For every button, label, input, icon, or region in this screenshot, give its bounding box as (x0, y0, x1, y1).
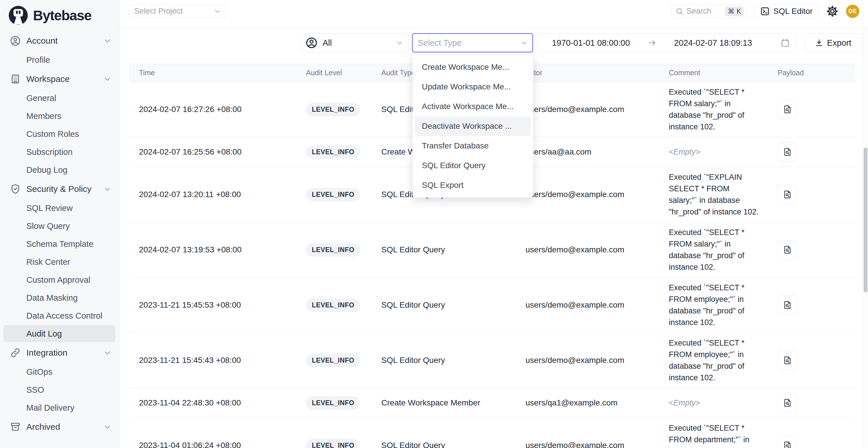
file-search-icon (783, 245, 793, 255)
audit-actor: users/demo@example.com (515, 245, 659, 254)
sidebar-item-label: Schema Template (26, 239, 94, 249)
scrollbar-thumb[interactable] (864, 148, 867, 292)
view-payload-button[interactable] (778, 351, 797, 370)
column-header-audit-level: Audit Level (296, 69, 371, 77)
terminal-square-icon (760, 6, 770, 16)
audit-level-badge: LEVEL_INFO (306, 188, 360, 201)
sidebar-item-gitops[interactable]: GitOps (3, 363, 115, 380)
sidebar-item-data-access-control[interactable]: Data Access Control (3, 307, 115, 324)
table-row: 2023-11-21 15:45:53 +08:00LEVEL_INFOSQL … (129, 278, 856, 333)
audit-comment: Executed `"SELECT * FROM salary;"` in da… (669, 86, 760, 133)
sidebar-item-slow-query[interactable]: Slow Query (3, 218, 115, 234)
dropdown-item-activate-workspace-me[interactable]: Activate Workspace Me... (415, 97, 531, 116)
view-payload-button[interactable] (778, 295, 797, 315)
view-payload-button[interactable] (778, 393, 797, 413)
filter-bar: All Select Type 1970-01-01 08:00:00 2024… (301, 33, 868, 53)
view-payload-button[interactable] (778, 436, 797, 448)
gear-icon[interactable] (826, 5, 838, 18)
audit-level-badge: LEVEL_INFO (306, 103, 360, 116)
audit-type: SQL Editor Query (371, 356, 515, 365)
view-payload-button[interactable] (778, 100, 797, 119)
sidebar-item-label: Data Access Control (26, 311, 102, 321)
sidebar-item-subscription[interactable]: Subscription (3, 143, 115, 160)
audit-time: 2024-02-07 13:19:53 +08:00 (129, 245, 296, 254)
sidebar-item-custom-roles[interactable]: Custom Roles (3, 126, 115, 142)
dropdown-item-sql-editor-query[interactable]: SQL Editor Query (415, 156, 531, 175)
audit-comment: Executed `"SELECT * FROM department;"` i… (669, 422, 760, 448)
sidebar-item-data-masking[interactable]: Data Masking (3, 289, 115, 306)
link-icon (10, 347, 21, 358)
sidebar-section-account[interactable]: Account (0, 31, 119, 50)
audit-level-badge: LEVEL_INFO (306, 145, 360, 159)
audit-actor: users/demo@example.com (515, 105, 659, 114)
date-range-end: 2024-02-07 18:09:13 (665, 38, 761, 48)
sidebar-item-label: Debug Log (26, 165, 67, 175)
audit-type: SQL Editor Query (371, 441, 515, 448)
audit-time: 2024-02-07 16:25:56 +08:00 (129, 147, 296, 157)
audit-comment: Executed `"SELECT * FROM salary;"` in da… (669, 227, 760, 273)
sidebar-item-schema-template[interactable]: Schema Template (3, 235, 115, 252)
user-avatar[interactable]: DE (846, 5, 859, 18)
user-circle-icon (305, 37, 318, 49)
user-circle-icon (10, 35, 21, 46)
audit-comment: Executed `"EXPLAIN SELECT * FROM salary;… (669, 171, 760, 218)
vertical-scrollbar[interactable] (863, 28, 868, 448)
audit-actor: users/demo@example.com (515, 300, 659, 310)
dropdown-item-update-workspace-me[interactable]: Update Workspace Me... (415, 77, 531, 97)
sidebar-item-label: Members (26, 111, 61, 121)
arrow-right-icon (647, 38, 657, 47)
sidebar-item-debug-log[interactable]: Debug Log (3, 161, 115, 178)
actor-filter-select[interactable]: All (301, 33, 408, 53)
topbar: Select Project Search ⌘ K SQL Editor DE (120, 0, 868, 28)
chevron-down-icon (103, 348, 112, 357)
search-placeholder: Search (686, 7, 722, 15)
sidebar-section-archived[interactable]: Archived (0, 417, 119, 437)
sql-editor-button[interactable]: SQL Editor (754, 4, 819, 19)
sidebar-item-label: Custom Roles (26, 129, 79, 139)
dropdown-item-deactivate-workspace[interactable]: Deactivate Workspace ... (415, 116, 531, 136)
sidebar-item-custom-approval[interactable]: Custom Approval (3, 271, 115, 288)
view-payload-button[interactable] (778, 185, 797, 204)
sidebar-item-mail-delivery[interactable]: Mail Delivery (3, 399, 115, 416)
audit-actor: users/aa@aa.com (515, 147, 659, 157)
audit-actor: users/demo@example.com (515, 356, 659, 365)
audit-level-badge: LEVEL_INFO (306, 439, 360, 448)
view-payload-button[interactable] (778, 240, 797, 260)
export-button[interactable]: Export (805, 33, 861, 53)
audit-time: 2024-02-07 16:27:26 +08:00 (129, 105, 296, 114)
audit-comment: <Empty> (669, 397, 700, 409)
project-select[interactable]: Select Project (129, 5, 226, 18)
table-row: 2023-11-04 22:48:30 +08:00LEVEL_INFOCrea… (129, 388, 856, 418)
sidebar-section-integration[interactable]: Integration (0, 343, 119, 362)
view-payload-button[interactable] (778, 142, 797, 162)
type-filter-select[interactable]: Select Type (412, 33, 533, 53)
sql-editor-label: SQL Editor (773, 7, 813, 16)
dropdown-item-create-workspace-me[interactable]: Create Workspace Me... (415, 57, 531, 77)
sidebar-item-sql-review[interactable]: SQL Review (3, 200, 115, 217)
audit-time: 2023-11-21 15:45:53 +08:00 (129, 300, 296, 310)
sidebar-item-audit-log[interactable]: Audit Log (3, 325, 115, 342)
audit-level-badge: LEVEL_INFO (306, 354, 360, 367)
actor-filter-value: All (322, 38, 396, 48)
file-search-icon (783, 300, 793, 310)
calendar-icon (780, 38, 790, 48)
sidebar-section-workspace[interactable]: Workspace (0, 69, 119, 89)
date-range-picker[interactable]: 1970-01-01 08:00:00 2024-02-07 18:09:13 (537, 33, 796, 53)
sidebar-item-label: Subscription (26, 147, 73, 157)
search-input[interactable]: Search ⌘ K (671, 5, 746, 18)
sidebar-section-security-policy[interactable]: Security & Policy (0, 180, 119, 198)
dropdown-item-sql-export[interactable]: SQL Export (415, 175, 531, 195)
sidebar-item-risk-center[interactable]: Risk Center (3, 254, 115, 270)
brand[interactable]: Bytebase (0, 0, 119, 28)
sidebar-item-members[interactable]: Members (3, 108, 115, 124)
sidebar-item-profile[interactable]: Profile (3, 52, 115, 68)
audit-type: SQL Editor Query (371, 245, 515, 254)
sidebar-section-label: Workspace (26, 74, 103, 84)
dropdown-item-transfer-database[interactable]: Transfer Database (415, 136, 531, 156)
sidebar-item-label: Risk Center (26, 257, 70, 267)
sidebar-item-label: General (26, 94, 56, 103)
file-search-icon (783, 104, 793, 114)
sidebar-item-sso[interactable]: SSO (3, 381, 115, 398)
audit-comment: Executed `"SELECT * FROM employee;"` in … (669, 337, 760, 383)
sidebar-item-general[interactable]: General (3, 90, 115, 106)
